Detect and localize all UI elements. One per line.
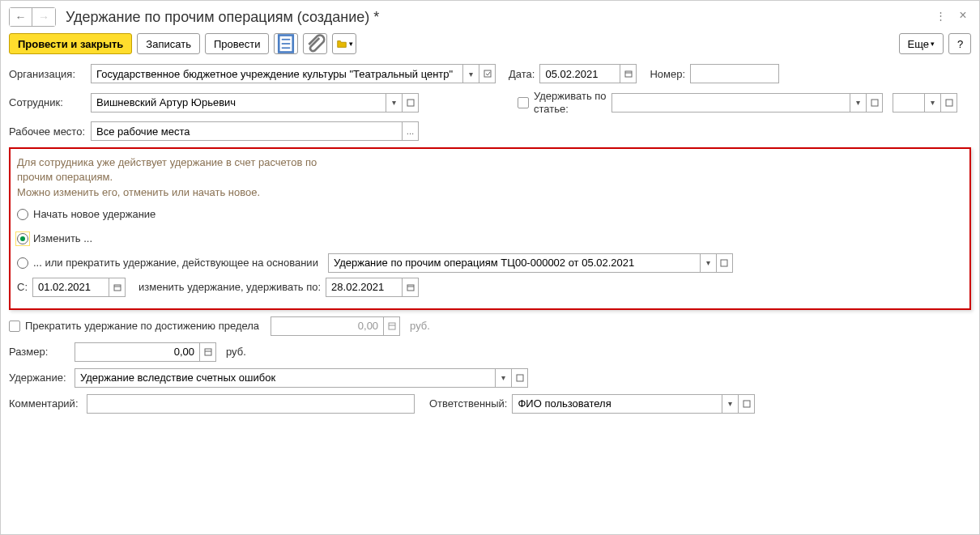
employee-input[interactable] [91, 93, 386, 113]
header-bar: ← → Удержание по прочим операциям (созда… [9, 7, 971, 27]
number-label: Номер: [650, 68, 685, 80]
org-dropdown-icon[interactable]: ▾ [463, 64, 479, 83]
org-label: Организация: [9, 68, 86, 80]
hint-text: Для сотрудника уже действует удержание в… [17, 155, 341, 200]
row-deduction: Удержание: ▾ [9, 368, 971, 388]
basis-dropdown-icon[interactable]: ▾ [701, 253, 717, 273]
svg-rect-13 [407, 285, 414, 291]
row-employee: Сотрудник: ▾ Удерживать по статье: ▾ ▾ [9, 90, 971, 115]
article2-open-icon[interactable] [941, 93, 957, 113]
svg-rect-15 [389, 323, 395, 329]
deduction-label: Удержание: [9, 372, 70, 384]
workplace-input[interactable] [91, 121, 403, 141]
back-button[interactable]: ← [10, 8, 32, 26]
responsible-input[interactable] [512, 394, 722, 414]
close-icon[interactable]: × [955, 7, 971, 23]
from-date-group [32, 278, 126, 297]
svg-rect-8 [871, 100, 878, 106]
hint-line1: Для сотрудника уже действует удержание в… [17, 156, 317, 183]
comment-input[interactable] [87, 394, 415, 414]
basis-open-icon[interactable] [717, 253, 733, 273]
form-window: ← → Удержание по прочим операциям (созда… [0, 0, 980, 535]
radio-start-new[interactable] [17, 209, 28, 220]
comment-label: Комментарий: [9, 397, 82, 410]
svg-rect-10 [721, 260, 727, 266]
limit-label: Прекратить удержание по достижению преде… [25, 320, 259, 332]
page-title: Удержание по прочим операциям (создание)… [66, 9, 379, 26]
report-icon[interactable] [274, 33, 298, 54]
date-label: Дата: [509, 68, 535, 80]
to-date-input[interactable] [326, 278, 403, 297]
toolbar-right: Еще ▾ ? [899, 33, 971, 54]
to-date-group [326, 278, 419, 297]
basis-input[interactable] [328, 253, 701, 273]
limit-input-group [271, 316, 400, 336]
responsible-input-group: ▾ [512, 394, 755, 414]
org-open-icon[interactable] [479, 64, 496, 83]
deduct-by-label: Удерживать по статье: [534, 90, 607, 115]
deduct-by-checkbox[interactable] [518, 97, 529, 108]
employee-open-icon[interactable] [403, 93, 419, 113]
article-dropdown-icon[interactable]: ▾ [850, 93, 867, 113]
post-and-close-button[interactable]: Провести и закрыть [9, 33, 132, 54]
article2-input[interactable] [893, 93, 925, 113]
date-input[interactable] [539, 64, 620, 83]
svg-rect-20 [744, 401, 750, 407]
action-box: Для сотрудника уже действует удержание в… [9, 147, 971, 310]
svg-rect-4 [484, 70, 491, 77]
article-open-icon[interactable] [867, 93, 883, 113]
amount-input-group [75, 342, 216, 362]
date-input-group [539, 64, 637, 83]
article2-input-group: ▾ [893, 93, 957, 113]
amount-label: Размер: [9, 346, 70, 358]
deduction-input-group: ▾ [75, 368, 528, 388]
article2-dropdown-icon[interactable]: ▾ [925, 93, 941, 113]
deduction-open-icon[interactable] [512, 368, 528, 388]
toolbar: Провести и закрыть Записать Провести ▾ Е… [9, 33, 971, 54]
folder-icon[interactable]: ▾ [332, 33, 356, 54]
help-button[interactable]: ? [948, 33, 971, 54]
amount-calc-icon[interactable] [200, 342, 216, 362]
employee-dropdown-icon[interactable]: ▾ [386, 93, 403, 113]
more-button[interactable]: Еще ▾ [899, 33, 944, 54]
org-input[interactable] [91, 64, 463, 83]
deduction-input[interactable] [75, 368, 496, 388]
svg-rect-19 [517, 375, 523, 381]
row-comment: Комментарий: Ответственный: ▾ [9, 394, 971, 414]
workplace-label: Рабочее место: [9, 125, 86, 138]
employee-label: Сотрудник: [9, 96, 86, 108]
row-org-date: Организация: ▾ Дата: Номер: [9, 64, 971, 83]
radio-change-row: Изменить ... [17, 229, 963, 248]
deduction-dropdown-icon[interactable]: ▾ [496, 368, 512, 388]
to-date-calendar-icon[interactable] [403, 278, 419, 297]
responsible-open-icon[interactable] [739, 394, 755, 414]
limit-rub: руб. [410, 320, 430, 332]
radio-stop[interactable] [17, 257, 28, 269]
from-date-input[interactable] [32, 278, 109, 297]
responsible-dropdown-icon[interactable]: ▾ [722, 394, 739, 414]
more-label: Еще [908, 38, 929, 50]
limit-input[interactable] [271, 316, 384, 336]
radio-start-new-row: Начать новое удержание [17, 205, 963, 224]
save-button[interactable]: Записать [137, 33, 200, 54]
radio-change[interactable] [17, 233, 28, 244]
workplace-input-group: … [91, 121, 419, 141]
post-button[interactable]: Провести [205, 33, 270, 54]
limit-checkbox[interactable] [9, 321, 20, 332]
forward-button[interactable]: → [32, 8, 55, 26]
deduct-by-checkbox-wrap: Удерживать по статье: [518, 90, 607, 115]
attachment-icon[interactable] [303, 33, 327, 54]
row-workplace: Рабочее место: … [9, 121, 971, 141]
amount-input[interactable] [75, 342, 200, 362]
from-date-calendar-icon[interactable] [109, 278, 126, 297]
workplace-select-icon[interactable]: … [403, 121, 419, 141]
employee-input-group: ▾ [91, 93, 419, 113]
nav-group: ← → [9, 7, 56, 27]
svg-rect-7 [407, 100, 414, 106]
limit-calc-icon[interactable] [384, 316, 400, 336]
article-input[interactable] [611, 93, 850, 113]
date-calendar-icon[interactable] [620, 64, 637, 83]
date-range-row: С: изменить удержание, удерживать по: [17, 278, 963, 297]
number-input[interactable] [690, 64, 779, 83]
kebab-icon[interactable]: ⋮ [932, 7, 948, 23]
